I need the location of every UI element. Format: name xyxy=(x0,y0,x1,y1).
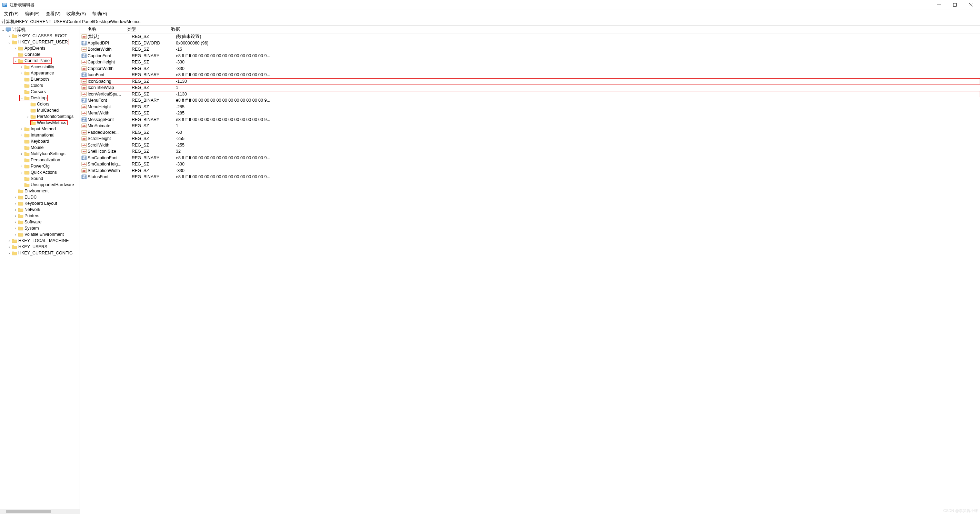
tree-item[interactable]: ›HKEY_LOCAL_MACHINE xyxy=(0,237,80,244)
chevron-right-icon[interactable]: › xyxy=(19,72,24,75)
tree-item[interactable]: Keyboard xyxy=(0,138,80,145)
chevron-right-icon[interactable]: › xyxy=(13,196,18,199)
chevron-right-icon[interactable]: › xyxy=(13,202,18,205)
chevron-right-icon[interactable]: › xyxy=(19,127,24,131)
tree-item[interactable]: ›Volatile Environment xyxy=(0,231,80,237)
scrollbar-thumb[interactable] xyxy=(6,510,51,513)
value-row[interactable]: 011110IconFontREG_BINARYe8 ff ff ff 00 0… xyxy=(80,72,980,78)
tree-item[interactable]: ›System xyxy=(0,225,80,231)
tree-item-highlight[interactable]: ⌄Control Panel xyxy=(13,57,52,64)
chevron-right-icon[interactable]: › xyxy=(13,214,18,218)
menu-edit[interactable]: 编辑(E) xyxy=(22,10,42,18)
tree-item[interactable]: MuiCached xyxy=(0,107,80,113)
tree-item[interactable]: UnsupportedHardware xyxy=(0,182,80,188)
menu-file[interactable]: 文件(F) xyxy=(2,10,21,18)
tree-item[interactable]: Sound xyxy=(0,175,80,182)
tree-pane[interactable]: ⌄ 计算机 ›HKEY_CLASSES_ROOT⌄HKEY_CURRENT_US… xyxy=(0,26,80,514)
value-row[interactable]: ab(默认)REG_SZ(数值未设置) xyxy=(80,33,980,40)
tree-item[interactable]: ›HKEY_USERS xyxy=(0,244,80,250)
maximize-button[interactable] xyxy=(947,0,963,10)
value-row[interactable]: abMenuWidthREG_SZ-285 xyxy=(80,110,980,116)
value-row[interactable]: abMinAnimateREG_SZ1 xyxy=(80,123,980,129)
chevron-right-icon[interactable]: › xyxy=(19,65,24,69)
chevron-right-icon[interactable]: › xyxy=(19,171,24,174)
value-row[interactable]: 011110MenuFontREG_BINARYe8 ff ff ff 00 0… xyxy=(80,97,980,104)
tree-item[interactable]: ⌄Control Panel xyxy=(0,57,80,64)
tree-item[interactable]: ›NotifyIconSettings xyxy=(0,151,80,157)
tree-item[interactable]: ›Input Method xyxy=(0,126,80,132)
minimize-button[interactable] xyxy=(931,0,947,10)
chevron-down-icon[interactable]: ⌄ xyxy=(7,40,12,44)
chevron-right-icon[interactable]: › xyxy=(13,220,18,224)
chevron-right-icon[interactable]: › xyxy=(13,233,18,237)
tree-item[interactable]: WindowMetrics xyxy=(0,119,80,126)
tree-item[interactable]: ›HKEY_CLASSES_ROOT xyxy=(0,33,80,39)
value-row[interactable]: abIconSpacingREG_SZ-1130 xyxy=(80,78,980,85)
chevron-right-icon[interactable]: › xyxy=(19,152,24,156)
chevron-down-icon[interactable]: ⌄ xyxy=(1,28,6,32)
tree-item[interactable]: ›EUDC xyxy=(0,194,80,200)
chevron-right-icon[interactable]: › xyxy=(19,134,24,137)
value-row[interactable]: abBorderWidthREG_SZ-15 xyxy=(80,46,980,53)
value-row[interactable]: abCaptionWidthREG_SZ-330 xyxy=(80,65,980,72)
col-type[interactable]: 类型 xyxy=(125,27,169,32)
chevron-right-icon[interactable]: › xyxy=(19,164,24,168)
chevron-down-icon[interactable]: ⌄ xyxy=(19,96,24,100)
tree-item[interactable]: Colors xyxy=(0,101,80,107)
tree-root[interactable]: ⌄ 计算机 xyxy=(0,27,80,33)
tree-item[interactable]: Cursors xyxy=(0,89,80,95)
value-row[interactable]: 011110CaptionFontREG_BINARYe8 ff ff ff 0… xyxy=(80,53,980,59)
tree-item[interactable]: ›Network xyxy=(0,207,80,213)
value-row[interactable]: abIconTitleWrapREG_SZ1 xyxy=(80,84,980,91)
value-row[interactable]: abSmCaptionWidthREG_SZ-330 xyxy=(80,167,980,174)
chevron-down-icon[interactable]: ⌄ xyxy=(13,59,18,63)
tree-item[interactable]: ›HKEY_CURRENT_CONFIG xyxy=(0,250,80,256)
chevron-right-icon[interactable]: › xyxy=(7,245,12,249)
chevron-right-icon[interactable]: › xyxy=(13,226,18,230)
menu-view[interactable]: 查看(V) xyxy=(43,10,64,18)
chevron-right-icon[interactable]: › xyxy=(7,34,12,38)
chevron-right-icon[interactable]: › xyxy=(13,208,18,212)
tree-item[interactable]: ›International xyxy=(0,132,80,138)
tree-item[interactable]: ⌄HKEY_CURRENT_USER xyxy=(0,39,80,45)
col-data[interactable]: 数据 xyxy=(169,27,182,32)
tree-item[interactable]: ›Accessibility xyxy=(0,64,80,70)
chevron-right-icon[interactable]: › xyxy=(7,239,12,243)
tree-item[interactable]: ›PowerCfg xyxy=(0,163,80,169)
value-row[interactable]: abSmCaptionHeig...REG_SZ-330 xyxy=(80,161,980,167)
chevron-right-icon[interactable]: › xyxy=(13,46,18,50)
menu-favorites[interactable]: 收藏夹(A) xyxy=(64,10,89,18)
value-row[interactable]: 011110StatusFontREG_BINARYe8 ff ff ff 00… xyxy=(80,174,980,180)
chevron-right-icon[interactable]: › xyxy=(25,115,30,119)
tree-item[interactable]: Environment xyxy=(0,188,80,194)
tree-item[interactable]: ›AppEvents xyxy=(0,45,80,51)
values-pane[interactable]: 名称 类型 数据 ab(默认)REG_SZ(数值未设置)011110Applie… xyxy=(80,26,980,514)
value-row[interactable]: abScrollWidthREG_SZ-255 xyxy=(80,142,980,149)
close-button[interactable] xyxy=(963,0,978,10)
tree-scrollbar[interactable] xyxy=(0,509,80,514)
tree-item[interactable]: Personalization xyxy=(0,157,80,163)
tree-item[interactable]: ›Quick Actions xyxy=(0,169,80,175)
tree-item-highlight[interactable]: ⌄Desktop xyxy=(19,95,48,101)
col-name[interactable]: 名称 xyxy=(80,27,125,32)
value-row[interactable]: abCaptionHeightREG_SZ-330 xyxy=(80,59,980,65)
value-row[interactable]: abIconVerticalSpa...REG_SZ-1130 xyxy=(80,91,980,97)
menu-help[interactable]: 帮助(H) xyxy=(89,10,110,18)
value-row[interactable]: abMenuHeightREG_SZ-285 xyxy=(80,104,980,110)
chevron-right-icon[interactable]: › xyxy=(7,251,12,255)
tree-item-selected[interactable]: WindowMetrics xyxy=(30,120,68,125)
value-row[interactable]: abScrollHeightREG_SZ-255 xyxy=(80,135,980,142)
tree-item[interactable]: Mouse xyxy=(0,145,80,151)
value-row[interactable]: abShell Icon SizeREG_SZ32 xyxy=(80,148,980,155)
address-bar[interactable]: 计算机\HKEY_CURRENT_USER\Control Panel\Desk… xyxy=(0,18,980,26)
value-row[interactable]: 011110MessageFontREG_BINARYe8 ff ff ff 0… xyxy=(80,116,980,123)
tree-item[interactable]: Console xyxy=(0,51,80,57)
tree-item-highlight[interactable]: ⌄HKEY_CURRENT_USER xyxy=(7,39,69,45)
tree-item[interactable]: ⌄Desktop xyxy=(0,95,80,101)
value-row[interactable]: 011110SmCaptionFontREG_BINARYe8 ff ff ff… xyxy=(80,155,980,161)
tree-item[interactable]: ›PerMonitorSettings xyxy=(0,113,80,119)
list-header[interactable]: 名称 类型 数据 xyxy=(80,26,980,33)
tree-item[interactable]: ›Software xyxy=(0,219,80,225)
tree-item[interactable]: ›Keyboard Layout xyxy=(0,200,80,207)
value-row[interactable]: 011110AppliedDPIREG_DWORD0x00000060 (96) xyxy=(80,40,980,46)
